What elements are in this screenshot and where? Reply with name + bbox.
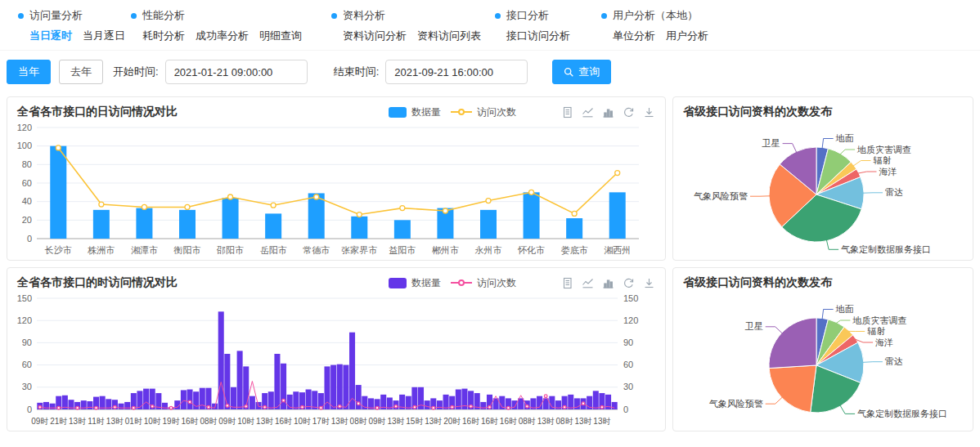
svg-text:雷达: 雷达: [885, 356, 903, 366]
svg-text:地质灾害调查: 地质灾害调查: [856, 145, 911, 154]
svg-text:雷达: 雷达: [885, 187, 903, 197]
svg-text:08时: 08时: [350, 417, 367, 426]
svg-text:13时: 13时: [574, 417, 591, 426]
start-time-input[interactable]: [165, 60, 308, 84]
svg-text:益阳市: 益阳市: [389, 245, 416, 255]
svg-text:08时: 08时: [200, 417, 217, 426]
bullet-icon: [331, 13, 337, 19]
panel-title: 全省各市接口的日访问情况对比: [17, 105, 178, 119]
legend-bar-label[interactable]: 数据量: [411, 105, 441, 119]
svg-text:11时: 11时: [88, 417, 104, 426]
svg-text:0: 0: [27, 405, 32, 414]
nav-group-performance: 性能分析 耗时分析 成功率分析 明细查询: [131, 8, 302, 43]
data-view-icon[interactable]: [561, 277, 573, 289]
nav-item-data-access-analysis[interactable]: 资料访问分析: [343, 29, 407, 43]
nav-item-interface-access-analysis[interactable]: 接口访问分析: [506, 29, 570, 43]
svg-text:株洲市: 株洲市: [87, 245, 115, 255]
restore-icon[interactable]: [623, 277, 635, 289]
end-time-input[interactable]: [385, 60, 528, 84]
nav-item-time-cost[interactable]: 耗时分析: [142, 29, 185, 43]
bullet-icon: [601, 13, 607, 19]
svg-text:150: 150: [623, 293, 638, 303]
dashboard-content: 全省各市接口的日访问情况对比 数据量 访问次数 020406080100120长…: [0, 93, 980, 431]
svg-text:辐射: 辐射: [867, 326, 885, 336]
daily-visit-bar-line-chart[interactable]: 020406080100120长沙市株洲市湘潭市衡阳市邵阳市岳阳市常德市张家界市…: [7, 119, 652, 260]
svg-text:09时: 09时: [31, 417, 48, 426]
download-icon[interactable]: [643, 106, 655, 118]
legend-line-swatch[interactable]: [451, 107, 472, 118]
legend-bar-swatch[interactable]: [389, 107, 407, 118]
nav-item-daily-month[interactable]: 当月逐日: [83, 29, 125, 43]
svg-text:90: 90: [22, 337, 32, 347]
right-column: 省级接口访问资料的次数发布 地面地质灾害调查辐射海洋雷达气象定制数据服务接口卫星…: [672, 96, 973, 431]
line-chart-toggle-icon[interactable]: [582, 277, 594, 289]
svg-text:16时: 16时: [181, 417, 198, 426]
nav-item-success-rate[interactable]: 成功率分析: [196, 29, 249, 43]
panel-title: 省级接口访问资料的次数发布: [683, 275, 832, 290]
svg-text:怀化市: 怀化市: [517, 245, 545, 255]
top-nav: 访问量分析 当日逐时 当月逐日 性能分析 耗时分析 成功率分析 明细查询 资料分…: [0, 0, 980, 51]
bullet-icon: [495, 13, 501, 19]
svg-text:卫星: 卫星: [762, 138, 780, 148]
nav-group-title-text: 资料分析: [343, 8, 385, 23]
last-year-button[interactable]: 去年: [59, 60, 103, 84]
legend-line-swatch[interactable]: [451, 278, 472, 288]
data-view-icon[interactable]: [561, 106, 573, 118]
legend-bar-label[interactable]: 数据量: [411, 276, 441, 290]
svg-text:08时: 08时: [519, 417, 536, 426]
restore-icon[interactable]: [623, 106, 635, 118]
legend-line-label[interactable]: 访问次数: [477, 276, 516, 290]
svg-text:16时: 16时: [481, 417, 498, 426]
svg-text:辐射: 辐射: [874, 155, 892, 165]
filter-bar: 当年 去年 开始时间: 结束时间: 查询: [0, 51, 980, 93]
nav-item-hourly-today[interactable]: 当日逐时: [29, 29, 72, 43]
hourly-visit-panel: 全省各市接口的时访问情况对比 数据量 访问次数 0030306060909012…: [7, 267, 666, 431]
svg-text:0: 0: [623, 405, 628, 414]
line-chart-toggle-icon[interactable]: [582, 106, 594, 118]
chart-toolbox: [561, 106, 655, 118]
nav-group-title: 资料分析: [331, 8, 481, 23]
bar-chart-toggle-icon[interactable]: [602, 277, 614, 289]
svg-text:13时: 13时: [537, 417, 555, 426]
svg-text:16时: 16时: [500, 417, 517, 426]
svg-text:17时: 17时: [312, 417, 330, 426]
hourly-visit-bar-line-chart[interactable]: 0030306060909012012015015009时21时13时11时13…: [7, 290, 652, 431]
svg-text:09时: 09时: [369, 417, 386, 426]
svg-text:08时: 08时: [556, 417, 573, 426]
svg-text:80: 80: [22, 159, 32, 169]
nav-item-detail-query[interactable]: 明细查询: [259, 29, 302, 43]
svg-text:13时: 13时: [593, 417, 610, 426]
panel-title: 省级接口访问资料的次数发布: [683, 105, 832, 119]
nav-item-unit-analysis[interactable]: 单位分析: [613, 29, 655, 43]
legend-line-label[interactable]: 访问次数: [477, 105, 516, 119]
svg-text:120: 120: [17, 123, 32, 132]
svg-text:气象风险预警: 气象风险预警: [709, 399, 763, 409]
bar-chart-toggle-icon[interactable]: [602, 106, 614, 118]
this-year-button[interactable]: 当年: [7, 60, 51, 84]
download-icon[interactable]: [643, 277, 655, 289]
search-button[interactable]: 查询: [552, 60, 611, 84]
nav-group-user-analysis: 用户分析（本地） 单位分析 用户分析: [601, 8, 708, 43]
nav-group-data-analysis: 资料分析 资料访问分析 资料访问列表: [331, 8, 481, 43]
nav-group-title-text: 用户分析（本地）: [613, 8, 698, 23]
svg-text:10时: 10时: [294, 417, 311, 426]
svg-text:气象风险预警: 气象风险预警: [694, 191, 748, 201]
left-column: 全省各市接口的日访问情况对比 数据量 访问次数 020406080100120长…: [7, 96, 666, 431]
nav-item-data-access-list[interactable]: 资料访问列表: [417, 29, 481, 43]
nav-item-user-analysis[interactable]: 用户分析: [666, 29, 708, 43]
province-interface-pie-chart-1[interactable]: 地面地质灾害调查辐射海洋雷达气象定制数据服务接口卫星气象风险预警: [673, 119, 968, 260]
svg-text:13时: 13时: [387, 417, 404, 426]
svg-text:13时: 13时: [425, 417, 442, 426]
legend-bar-swatch[interactable]: [389, 278, 407, 288]
province-interface-pie-chart-2[interactable]: 地面地质灾害调查辐射海洋雷达气象定制数据服务接口卫星气象风险预警: [673, 290, 968, 431]
svg-text:16时: 16时: [462, 417, 479, 426]
svg-text:10时: 10时: [144, 417, 161, 426]
svg-text:气象定制数据服务接口: 气象定制数据服务接口: [841, 244, 931, 254]
end-time-label: 结束时间:: [334, 65, 380, 79]
svg-text:0: 0: [27, 234, 32, 244]
svg-text:21时: 21时: [50, 417, 67, 426]
svg-text:60: 60: [22, 360, 32, 369]
svg-text:海洋: 海洋: [879, 167, 897, 177]
svg-text:气象定制数据服务接口: 气象定制数据服务接口: [857, 409, 947, 418]
svg-text:10时: 10时: [237, 417, 254, 426]
